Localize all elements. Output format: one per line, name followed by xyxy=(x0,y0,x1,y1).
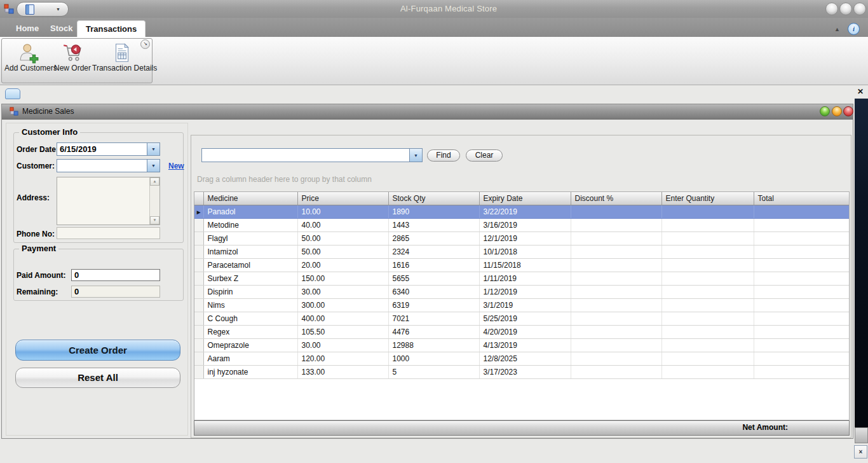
paid-amount-field[interactable] xyxy=(71,269,160,281)
grid-cell[interactable] xyxy=(571,232,661,245)
reset-all-button[interactable]: Reset All xyxy=(15,368,180,388)
grid-cell[interactable]: 1/12/2019 xyxy=(479,286,571,299)
grid-cell[interactable] xyxy=(661,272,754,286)
table-row[interactable]: ►Panadol10.0018903/22/2019 xyxy=(194,205,849,219)
grid-cell[interactable] xyxy=(754,326,849,339)
scroll-up-icon[interactable]: ▲ xyxy=(150,177,159,186)
grid-cell[interactable]: 12/1/2019 xyxy=(479,232,571,245)
add-customers-button[interactable]: Add Customers xyxy=(4,42,53,73)
remaining-field[interactable] xyxy=(71,286,160,298)
grid-cell[interactable] xyxy=(571,286,661,299)
grid-cell[interactable]: 3/22/2019 xyxy=(479,205,571,219)
row-selector-cell[interactable] xyxy=(194,286,203,299)
column-header-expiry-date[interactable]: Expiry Date xyxy=(479,192,571,205)
table-row[interactable]: Regex105.5044764/20/2019 xyxy=(194,326,849,339)
grid-cell[interactable]: 5 xyxy=(388,366,479,379)
ribbon-collapse-icon[interactable]: ▲ xyxy=(834,26,840,32)
grid-cell[interactable]: Surbex Z xyxy=(203,272,297,286)
row-selector-cell[interactable] xyxy=(194,219,203,232)
grid-cell[interactable]: 30.00 xyxy=(297,339,388,352)
grid-cell[interactable]: 2324 xyxy=(388,245,479,259)
order-date-picker[interactable]: ▼ xyxy=(57,142,160,156)
transaction-details-button[interactable]: Transaction Details xyxy=(92,42,151,73)
grid-cell[interactable] xyxy=(754,286,849,299)
grid-cell[interactable] xyxy=(754,366,849,379)
grid-cell[interactable] xyxy=(571,366,661,379)
child-minimize-button[interactable] xyxy=(820,106,830,116)
grid-cell[interactable] xyxy=(571,245,661,259)
grid-cell[interactable] xyxy=(754,219,849,232)
grid-cell[interactable] xyxy=(754,232,849,245)
grid-cell[interactable]: Aaram xyxy=(203,352,297,366)
maximize-button[interactable] xyxy=(839,3,852,15)
column-header-price[interactable]: Price xyxy=(297,192,388,205)
grid-cell[interactable] xyxy=(571,312,661,326)
grid-cell[interactable]: 10.00 xyxy=(297,205,388,219)
grid-cell[interactable]: 7021 xyxy=(388,312,479,326)
table-row[interactable]: Metodine40.0014433/16/2019 xyxy=(194,219,849,232)
grid-cell[interactable]: 3/1/2019 xyxy=(479,299,571,312)
grid-cell[interactable] xyxy=(571,299,661,312)
grid-cell[interactable]: 4/13/2019 xyxy=(479,339,571,352)
close-icon[interactable]: ✕ xyxy=(856,87,865,96)
grid-cell[interactable]: 40.00 xyxy=(297,219,388,232)
row-selector-cell[interactable] xyxy=(194,259,203,272)
minimized-window-tab[interactable] xyxy=(5,88,20,99)
grid-cell[interactable] xyxy=(661,339,754,352)
grid-cell[interactable]: 4/20/2019 xyxy=(479,326,571,339)
grid-cell[interactable]: Omeprazole xyxy=(203,339,297,352)
grid-cell[interactable]: 300.00 xyxy=(297,299,388,312)
grid-cell[interactable] xyxy=(661,352,754,366)
grid-cell[interactable]: Paracetamol xyxy=(203,259,297,272)
table-row[interactable]: Paracetamol20.00161611/15/2018 xyxy=(194,259,849,272)
address-textarea[interactable]: ▲ ▼ xyxy=(57,177,160,225)
search-combobox[interactable]: ▼ xyxy=(201,148,423,162)
grid-cell[interactable]: C Cough xyxy=(203,312,297,326)
chevron-down-icon[interactable]: ▼ xyxy=(409,149,422,162)
grid-cell[interactable]: 30.00 xyxy=(297,286,388,299)
grid-cell[interactable]: 11/15/2018 xyxy=(479,259,571,272)
grid-cell[interactable]: Nims xyxy=(203,299,297,312)
column-header-stock-qty[interactable]: Stock Qty xyxy=(388,192,479,205)
tab-stock[interactable]: Stock xyxy=(42,20,81,37)
column-header-medicine[interactable]: Medicine xyxy=(203,192,297,205)
row-selector-cell[interactable]: ► xyxy=(194,205,203,219)
row-selector-cell[interactable] xyxy=(194,232,203,245)
row-selector-cell[interactable] xyxy=(194,339,203,352)
grid-cell[interactable] xyxy=(754,299,849,312)
chevron-down-icon[interactable]: ▼ xyxy=(56,6,60,12)
clear-button[interactable]: Clear xyxy=(466,149,503,162)
column-header-enter-quantity[interactable]: Enter Quantity xyxy=(661,192,754,205)
grid-cell[interactable] xyxy=(754,205,849,219)
row-selector-cell[interactable] xyxy=(194,366,203,379)
tab-transactions[interactable]: Transactions xyxy=(77,20,146,38)
grid-cell[interactable]: 12/8/2025 xyxy=(479,352,571,366)
mini-close-icon[interactable]: × xyxy=(854,445,867,459)
grid-cell[interactable]: 400.00 xyxy=(297,312,388,326)
grid-cell[interactable]: 10/1/2018 xyxy=(479,245,571,259)
column-header-discount-[interactable]: Discount % xyxy=(571,192,661,205)
grid-cell[interactable]: 1616 xyxy=(388,259,479,272)
grid-cell[interactable]: 150.00 xyxy=(297,272,388,286)
grid-cell[interactable]: 12988 xyxy=(388,339,479,352)
grid-cell[interactable] xyxy=(571,352,661,366)
row-selector-cell[interactable] xyxy=(194,245,203,259)
grid-cell[interactable]: 4476 xyxy=(388,326,479,339)
table-row[interactable]: Intamizol50.00232410/1/2018 xyxy=(194,245,849,259)
grid-cell[interactable]: 2865 xyxy=(388,232,479,245)
address-value[interactable] xyxy=(57,177,153,225)
grid-cell[interactable]: 1890 xyxy=(388,205,479,219)
grid-cell[interactable] xyxy=(571,205,661,219)
table-row[interactable]: Aaram120.00100012/8/2025 xyxy=(194,352,849,366)
row-selector-cell[interactable] xyxy=(194,312,203,326)
grid-cell[interactable]: 50.00 xyxy=(297,232,388,245)
grid-cell[interactable]: 3/17/2023 xyxy=(479,366,571,379)
table-row[interactable]: inj hyzonate133.0053/17/2023 xyxy=(194,366,849,379)
window-icon[interactable] xyxy=(25,4,34,15)
new-customer-link[interactable]: New xyxy=(168,162,184,170)
grid-cell[interactable] xyxy=(661,312,754,326)
chevron-down-icon[interactable]: ▼ xyxy=(147,160,159,172)
row-selector-cell[interactable] xyxy=(194,352,203,366)
table-row[interactable]: Surbex Z150.0056551/11/2019 xyxy=(194,272,849,286)
grid-cell[interactable] xyxy=(754,272,849,286)
